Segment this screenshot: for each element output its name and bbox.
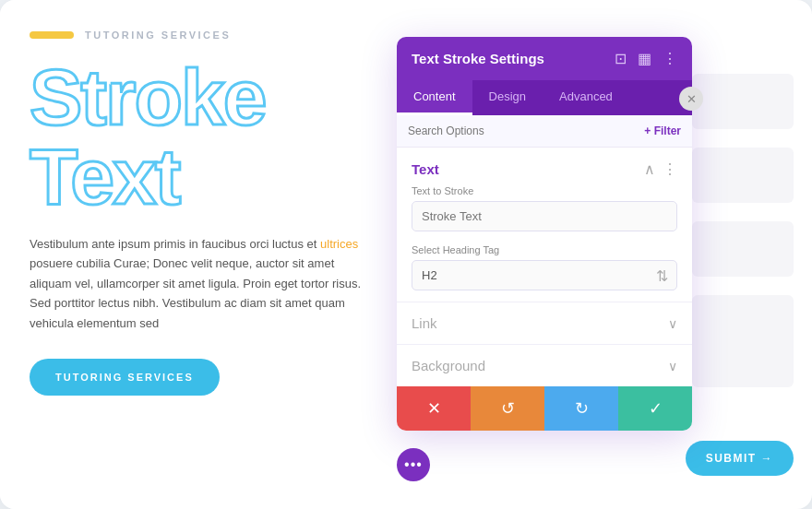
stroke-text-display: Stroke Text bbox=[30, 57, 367, 216]
search-filter-row: + Filter bbox=[397, 115, 692, 148]
text-to-stroke-label: Text to Stroke bbox=[412, 185, 677, 196]
background-chevron-icon: ∨ bbox=[668, 359, 677, 373]
bg-rect-3 bbox=[692, 221, 794, 277]
redo-icon: ↻ bbox=[575, 398, 589, 419]
panel-actions: ✕ ↺ ↻ ✓ bbox=[397, 386, 692, 431]
columns-icon[interactable]: ▦ bbox=[638, 50, 651, 67]
filter-button[interactable]: + Filter bbox=[644, 124, 681, 137]
select-heading-input[interactable]: H1 H2 H3 H4 H5 H6 bbox=[412, 260, 677, 290]
text-section-title: Text bbox=[412, 161, 439, 177]
redo-button[interactable]: ↻ bbox=[544, 386, 618, 431]
stroke-text-line2: Text bbox=[30, 132, 179, 220]
settings-panel: Text Stroke Settings ⊡ ▦ ⋮ Content Desig… bbox=[397, 37, 692, 431]
link-section[interactable]: Link ∨ bbox=[397, 302, 692, 344]
background-section[interactable]: Background ∨ bbox=[397, 344, 692, 386]
main-container: TUTORING SERVICES Stroke Text Vestibulum… bbox=[0, 0, 812, 509]
more-icon[interactable]: ⋮ bbox=[663, 50, 677, 67]
tab-advanced[interactable]: Advanced bbox=[543, 80, 629, 115]
body-text-before: Vestibulum ante ipsum primis in faucibus… bbox=[30, 237, 320, 251]
body-text-highlight: ultrices bbox=[320, 237, 358, 251]
close-circle-button[interactable]: ✕ bbox=[679, 87, 703, 111]
tutoring-label-row: TUTORING SERVICES bbox=[30, 30, 367, 41]
preview-panel: TUTORING SERVICES Stroke Text Vestibulum… bbox=[0, 0, 397, 509]
background-section-title: Background bbox=[412, 358, 485, 373]
panel-header-icons: ⊡ ▦ ⋮ bbox=[615, 50, 677, 67]
floating-dots-button[interactable]: ••• bbox=[397, 448, 430, 481]
panel-title: Text Stroke Settings bbox=[412, 51, 544, 66]
select-heading-wrapper: H1 H2 H3 H4 H5 H6 ⇅ bbox=[412, 260, 677, 290]
undo-icon: ↺ bbox=[501, 398, 515, 419]
tutoring-top-label: TUTORING SERVICES bbox=[85, 30, 231, 41]
stroke-text-line1: Stroke bbox=[30, 53, 266, 141]
panel-header: Text Stroke Settings ⊡ ▦ ⋮ bbox=[397, 37, 692, 80]
body-text: Vestibulum ante ipsum primis in faucibus… bbox=[30, 234, 367, 333]
tab-content[interactable]: Content bbox=[397, 80, 472, 115]
text-to-stroke-input[interactable] bbox=[412, 201, 677, 231]
bg-rect-1 bbox=[692, 74, 794, 129]
cancel-icon: ✕ bbox=[427, 398, 441, 419]
confirm-icon: ✓ bbox=[649, 398, 663, 419]
text-section-header[interactable]: Text ∧ ⋮ bbox=[397, 148, 692, 185]
tab-design[interactable]: Design bbox=[472, 80, 543, 115]
yellow-bar bbox=[30, 31, 74, 39]
link-section-title: Link bbox=[412, 315, 437, 331]
confirm-button[interactable]: ✓ bbox=[618, 386, 692, 431]
dots-icon: ••• bbox=[404, 456, 423, 473]
cta-button[interactable]: TUTORING SERVICES bbox=[30, 359, 220, 396]
close-x-icon: ✕ bbox=[687, 92, 697, 106]
section-more-icon[interactable]: ⋮ bbox=[663, 160, 677, 178]
bg-rect-2 bbox=[692, 148, 794, 203]
expand-icon[interactable]: ⊡ bbox=[615, 50, 627, 67]
cancel-button[interactable]: ✕ bbox=[397, 386, 471, 431]
text-section-content: Text to Stroke Select Heading Tag H1 H2 … bbox=[397, 185, 692, 302]
text-section-icons: ∧ ⋮ bbox=[644, 160, 677, 178]
link-chevron-icon: ∨ bbox=[668, 316, 677, 331]
submit-button[interactable]: SUBMIT → bbox=[686, 441, 794, 476]
chevron-up-icon[interactable]: ∧ bbox=[644, 160, 655, 178]
search-options-input[interactable] bbox=[408, 124, 637, 137]
bg-rect-4 bbox=[692, 295, 794, 387]
body-text-after: posuere cubilia Curae; Donec velit neque… bbox=[30, 256, 361, 329]
panel-tabs: Content Design Advanced bbox=[397, 80, 692, 115]
undo-button[interactable]: ↺ bbox=[471, 386, 544, 431]
panel-body: Text ∧ ⋮ Text to Stroke Select Heading T… bbox=[397, 148, 692, 386]
select-heading-label: Select Heading Tag bbox=[412, 244, 677, 255]
